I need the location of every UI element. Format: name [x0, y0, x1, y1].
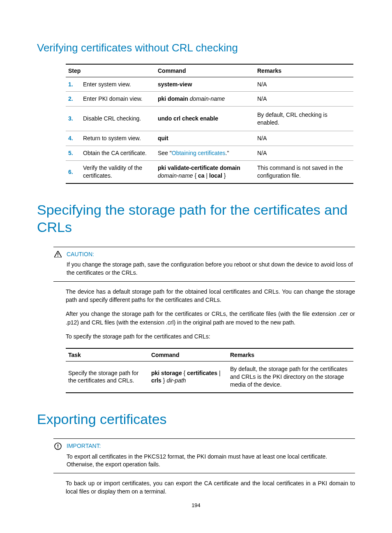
step-command: quit [155, 131, 255, 146]
task-remarks: By default, the storage path for the cer… [228, 362, 353, 393]
task-command: pki storage { certificates | crls } dir-… [149, 362, 228, 393]
paragraph: To back up or import certificates, you c… [66, 479, 355, 496]
th-step: Step [66, 64, 155, 77]
svg-point-4 [58, 447, 58, 448]
step-desc: Disable CRL checking. [81, 107, 155, 131]
task-table: Task Command Remarks Specify the storage… [66, 348, 353, 393]
step-desc: Enter system view. [81, 77, 155, 92]
step-remarks: N/A [255, 131, 353, 146]
step-remarks: N/A [255, 146, 353, 161]
step-command: pki validate-certificate domaindomain-na… [155, 161, 255, 183]
table-row: 6. Verify the validity of the certificat… [66, 161, 353, 183]
step-desc: Verify the validity of the certificates. [81, 161, 155, 183]
paragraph: The device has a default storage path fo… [66, 287, 355, 304]
important-icon [53, 442, 62, 450]
page-number: 194 [0, 502, 392, 508]
caution-callout: CAUTION: If you change the storage path,… [53, 247, 355, 282]
table-row: 5. Obtain the CA certificate. See "Obtai… [66, 146, 353, 161]
table-row: 1. Enter system view. system-view N/A [66, 77, 353, 92]
step-number: 3. [66, 107, 81, 131]
svg-point-1 [58, 256, 58, 257]
step-number: 2. [66, 92, 81, 107]
step-desc: Obtain the CA certificate. [81, 146, 155, 161]
important-text: To export all certificates in the PKCS12… [67, 453, 355, 469]
caution-text: If you change the storage path, save the… [67, 261, 355, 277]
caution-label: CAUTION: [67, 250, 94, 259]
heading-storage: Specifying the storage path for the cert… [37, 201, 355, 236]
table-row: 3. Disable CRL checking. undo crl check … [66, 107, 353, 131]
th-command: Command [149, 348, 228, 362]
paragraph: To specify the storage path for the cert… [66, 332, 355, 341]
important-callout: IMPORTANT: To export all certificates in… [53, 438, 355, 473]
step-number: 1. [66, 77, 81, 92]
link-obtaining-certificates[interactable]: Obtaining certificates [172, 150, 226, 156]
th-remarks: Remarks [255, 64, 353, 77]
step-command: undo crl check enable [155, 107, 255, 131]
th-remarks: Remarks [228, 348, 353, 362]
paragraph: After you change the storage path for th… [66, 310, 355, 327]
heading-verify: Verifying certificates without CRL check… [37, 41, 355, 55]
step-desc: Enter PKI domain view. [81, 92, 155, 107]
step-remarks: By default, CRL checking is enabled. [255, 107, 353, 131]
task-desc: Specify the storage path for the certifi… [66, 362, 149, 393]
step-remarks: This command is not saved in the configu… [255, 161, 353, 183]
table-row: Specify the storage path for the certifi… [66, 362, 353, 393]
step-command: pki domain domain-name [155, 92, 255, 107]
table-row: 2. Enter PKI domain view. pki domain dom… [66, 92, 353, 107]
caution-icon [53, 250, 62, 257]
step-remarks: N/A [255, 92, 353, 107]
heading-export: Exporting certificates [37, 410, 355, 428]
step-desc: Return to system view. [81, 131, 155, 146]
step-number: 6. [66, 161, 81, 183]
step-command: system-view [155, 77, 255, 92]
step-remarks: N/A [255, 77, 353, 92]
th-command: Command [155, 64, 255, 77]
step-number: 5. [66, 146, 81, 161]
important-label: IMPORTANT: [67, 442, 101, 450]
th-task: Task [66, 348, 149, 362]
steps-table: Step Command Remarks 1. Enter system vie… [66, 64, 353, 184]
table-row: 4. Return to system view. quit N/A [66, 131, 353, 146]
step-command: See "Obtaining certificates." [155, 146, 255, 161]
step-number: 4. [66, 131, 81, 146]
